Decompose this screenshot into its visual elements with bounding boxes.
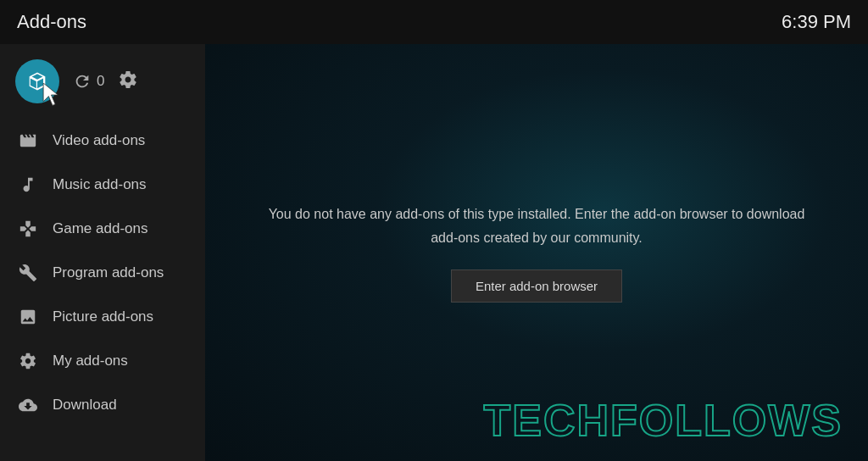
sidebar-item-label: Video add-ons [53,132,145,149]
sidebar-item-video-addons[interactable]: Video add-ons [0,119,205,163]
sidebar-item-label: Music add-ons [53,176,147,193]
sidebar-item-download[interactable]: Download [0,383,205,427]
sidebar-item-game-addons[interactable]: Game add-ons [0,207,205,251]
music-icon [17,174,39,196]
sidebar-item-label: Program add-ons [53,264,164,281]
sidebar-item-program-addons[interactable]: Program add-ons [0,251,205,295]
main-layout: 0 Video add-ons [0,44,868,461]
sidebar-item-label: Download [53,397,117,414]
addon-box-button[interactable] [15,59,59,103]
clock: 6:39 PM [782,11,851,33]
refresh-area[interactable]: 0 [73,72,104,91]
sidebar-top-icons: 0 [0,56,205,119]
refresh-icon [73,72,92,91]
sidebar-item-picture-addons[interactable]: Picture add-ons [0,295,205,339]
sidebar: 0 Video add-ons [0,44,205,461]
settings-button[interactable] [118,69,138,93]
page-title: Add-ons [17,11,86,33]
program-icon [17,262,39,284]
sidebar-item-music-addons[interactable]: Music add-ons [0,163,205,207]
cursor-icon [41,83,64,107]
topbar: Add-ons 6:39 PM [0,0,868,44]
sidebar-item-label: My add-ons [53,353,128,369]
game-icon [17,218,39,240]
no-addons-message: You do not have any add-ons of this type… [257,203,816,248]
content-area: You do not have any add-ons of this type… [205,44,868,461]
sidebar-item-label: Picture add-ons [53,308,153,325]
update-counter: 0 [97,73,104,90]
picture-icon [17,306,39,328]
video-icon [17,130,39,152]
watermark-text: TECHFOLLOWS [483,395,843,446]
download-icon [17,394,39,416]
sidebar-nav: Video add-ons Music add-ons Game add-ons [0,119,205,461]
sidebar-item-label: Game add-ons [53,220,147,237]
enter-addon-browser-button[interactable]: Enter add-on browser [451,269,622,303]
gear-icon [118,69,138,90]
my-addons-icon [17,350,39,372]
sidebar-item-my-addons[interactable]: My add-ons [0,339,205,383]
